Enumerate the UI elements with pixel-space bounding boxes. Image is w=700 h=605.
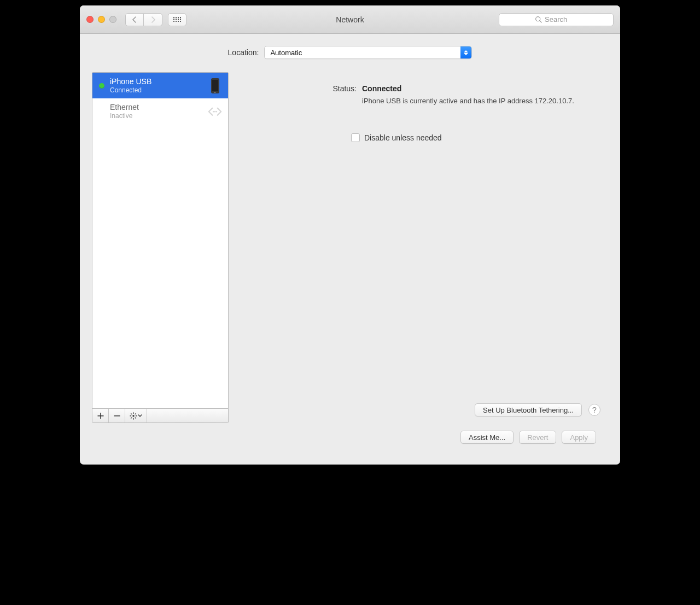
- content-area: Location: Automatic iPhone USB Connected: [80, 34, 620, 465]
- service-item-ethernet[interactable]: Ethernet Inactive: [92, 98, 228, 124]
- ethernet-icon: [207, 106, 223, 118]
- back-button[interactable]: [125, 13, 144, 26]
- svg-point-4: [216, 111, 217, 112]
- gear-icon: [130, 412, 137, 420]
- remove-service-button[interactable]: [109, 409, 125, 422]
- updown-arrows-icon: [460, 46, 471, 58]
- search-field[interactable]: [499, 13, 614, 26]
- apply-button[interactable]: Apply: [562, 431, 596, 444]
- svg-point-5: [132, 415, 135, 417]
- network-preferences-window: Network Location: Automatic: [80, 5, 620, 465]
- svg-point-2: [213, 111, 214, 112]
- traffic-lights: [86, 16, 116, 23]
- svg-point-3: [214, 111, 215, 112]
- status-row: Status: Connected iPhone USB is currentl…: [236, 84, 608, 106]
- location-select-value: Automatic: [270, 49, 302, 57]
- tool-spacer: [147, 409, 228, 422]
- service-name: Ethernet: [110, 103, 202, 112]
- forward-button[interactable]: [144, 13, 162, 26]
- chevron-down-icon: [138, 414, 142, 418]
- sidebar-tools: [92, 408, 228, 422]
- location-label: Location:: [228, 48, 259, 57]
- detail-pane: Status: Connected iPhone USB is currentl…: [236, 72, 608, 423]
- help-button[interactable]: ?: [588, 404, 600, 416]
- svg-line-1: [540, 21, 541, 22]
- show-all-button[interactable]: [168, 13, 186, 26]
- setup-bluetooth-tethering-button[interactable]: Set Up Bluetooth Tethering...: [475, 403, 582, 416]
- status-dot-icon: [99, 109, 104, 114]
- phone-icon: [207, 78, 223, 93]
- close-button[interactable]: [86, 16, 94, 23]
- add-service-button[interactable]: [92, 409, 109, 422]
- service-item-iphone-usb[interactable]: iPhone USB Connected: [92, 73, 228, 98]
- disable-unless-needed-checkbox[interactable]: [351, 133, 360, 142]
- plus-icon: [97, 413, 104, 419]
- chevron-right-icon: [150, 16, 156, 23]
- titlebar: Network: [80, 5, 620, 34]
- service-status: Inactive: [110, 112, 202, 120]
- zoom-button[interactable]: [109, 16, 116, 23]
- nav-buttons: [125, 13, 162, 26]
- status-label: Status:: [247, 84, 357, 106]
- service-name: iPhone USB: [110, 77, 202, 86]
- location-select[interactable]: Automatic: [264, 46, 472, 59]
- disable-unless-needed-label: Disable unless needed: [364, 133, 442, 142]
- service-list[interactable]: iPhone USB Connected Ethernet Inactive: [92, 73, 228, 408]
- location-row: Location: Automatic: [92, 46, 608, 59]
- grid-icon: [173, 17, 181, 22]
- footer: Assist Me... Revert Apply: [92, 423, 608, 455]
- detail-bottom: Set Up Bluetooth Tethering... ?: [236, 403, 608, 416]
- search-icon: [535, 16, 542, 23]
- minus-icon: [114, 413, 120, 419]
- panels: iPhone USB Connected Ethernet Inactive: [92, 72, 608, 423]
- help-icon: ?: [592, 406, 597, 414]
- chevron-left-icon: [132, 16, 137, 23]
- service-status: Connected: [110, 86, 202, 94]
- revert-button[interactable]: Revert: [519, 431, 556, 444]
- service-sidebar: iPhone USB Connected Ethernet Inactive: [92, 72, 229, 423]
- status-value: Connected: [362, 84, 597, 93]
- minimize-button[interactable]: [98, 16, 105, 23]
- actions-menu-button[interactable]: [125, 409, 147, 422]
- status-dot-icon: [99, 83, 104, 89]
- assist-me-button[interactable]: Assist Me...: [460, 431, 514, 444]
- search-input[interactable]: [545, 15, 578, 24]
- disable-unless-needed-row: Disable unless needed: [236, 133, 608, 142]
- status-description: iPhone USB is currently active and has t…: [362, 96, 575, 106]
